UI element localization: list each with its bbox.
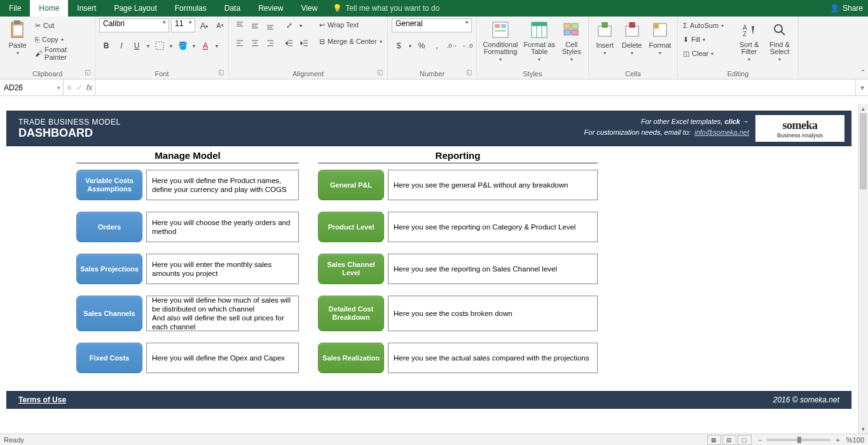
sort-filter-button[interactable]: AZ Sort & Filter ▾ <box>735 18 763 68</box>
underline-button[interactable]: U <box>130 39 144 53</box>
bold-button[interactable]: B <box>99 39 113 53</box>
svg-rect-39 <box>572 24 578 29</box>
copy-label: Copy <box>42 36 59 43</box>
format-icon <box>650 20 670 40</box>
cells-group-label: Cells <box>589 70 677 78</box>
ribbon-group-cells: Insert ▾ Delete ▾ Format ▾ Cells <box>589 17 678 79</box>
tab-insert[interactable]: Insert <box>68 0 105 17</box>
number-group-label: Number <box>388 70 476 78</box>
increase-font-button[interactable]: A▴ <box>197 18 211 32</box>
eraser-icon: ◫ <box>683 50 689 58</box>
tell-me[interactable]: 💡 Tell me what you want to do <box>333 0 439 17</box>
svg-marker-50 <box>752 26 754 35</box>
clipboard-launcher[interactable]: ◱ <box>85 69 93 78</box>
tab-home[interactable]: Home <box>30 0 68 17</box>
name-box-value: AD26 <box>4 83 23 92</box>
expand-formula-bar-button[interactable]: ▾ <box>855 79 868 95</box>
sort-icon: AZ <box>739 20 759 40</box>
comma-button[interactable]: , <box>430 39 444 53</box>
svg-rect-43 <box>602 22 607 27</box>
font-size-select[interactable]: 11 <box>171 18 195 32</box>
format-as-table-button[interactable]: Format as Table ▾ <box>523 18 556 68</box>
svg-rect-41 <box>572 30 578 35</box>
delete-label: Delete <box>622 41 642 49</box>
tab-formulas[interactable]: Formulas <box>166 0 216 17</box>
align-center-button[interactable] <box>248 36 262 50</box>
tab-view[interactable]: View <box>293 0 327 17</box>
ribbon-group-styles: Conditional Formatting ▾ Format as Table… <box>477 17 589 79</box>
svg-rect-45 <box>630 22 635 27</box>
decrease-decimal-button[interactable]: ←.0 <box>460 39 474 53</box>
cell-styles-button[interactable]: Cell Styles ▾ <box>558 18 584 68</box>
format-cells-button[interactable]: Format ▾ <box>647 18 673 68</box>
find-select-button[interactable]: Find & Select ▾ <box>766 18 794 68</box>
tab-page-layout[interactable]: Page Layout <box>105 0 165 17</box>
person-icon: 👤 <box>830 4 839 13</box>
delete-cells-button[interactable]: Delete ▾ <box>619 18 644 68</box>
align-top-button[interactable] <box>233 18 247 32</box>
wrap-text-button[interactable]: ↩Wrap Text <box>318 18 383 31</box>
svg-rect-3 <box>156 42 163 50</box>
fill-color-dropdown[interactable]: ▾ <box>191 39 197 53</box>
font-color-dropdown[interactable]: ▾ <box>214 39 220 53</box>
font-launcher[interactable]: ◱ <box>218 69 227 78</box>
cut-label: Cut <box>43 22 54 29</box>
align-left-button[interactable] <box>233 36 247 50</box>
cancel-formula-button[interactable]: ✕ <box>66 83 72 92</box>
share-button[interactable]: 👤 Share <box>830 0 863 17</box>
decrease-font-button[interactable]: A▾ <box>213 18 227 32</box>
align-bottom-button[interactable] <box>263 18 277 32</box>
alignment-launcher[interactable]: ◱ <box>377 69 386 78</box>
increase-decimal-button[interactable]: .0→ <box>445 39 459 53</box>
merge-center-button[interactable]: ⊟Merge & Center▾ <box>318 35 383 48</box>
table-icon <box>529 20 549 40</box>
accounting-format-button[interactable]: $ <box>392 39 406 53</box>
tab-review[interactable]: Review <box>249 0 292 17</box>
font-name-select[interactable]: Calibri <box>99 18 169 32</box>
conditional-formatting-button[interactable]: Conditional Formatting ▾ <box>481 18 520 68</box>
italic-button[interactable]: I <box>114 39 128 53</box>
percent-button[interactable]: % <box>415 39 429 53</box>
insert-cells-button[interactable]: Insert ▾ <box>593 18 617 68</box>
align-middle-button[interactable] <box>248 18 262 32</box>
orientation-button[interactable]: ⤢ <box>282 18 296 32</box>
formula-input[interactable] <box>95 79 855 95</box>
svg-rect-31 <box>495 24 500 28</box>
name-box[interactable]: AD26 ▾ <box>0 79 64 95</box>
sort-label: Sort & Filter <box>735 41 763 55</box>
align-right-button[interactable] <box>263 36 277 50</box>
collapse-ribbon-button[interactable]: ⌃ <box>860 69 865 76</box>
number-launcher[interactable]: ◱ <box>466 69 475 78</box>
paste-button[interactable]: Paste ▾ <box>4 18 31 68</box>
decrease-indent-button[interactable] <box>282 36 296 50</box>
tab-data[interactable]: Data <box>216 0 249 17</box>
enter-formula-button[interactable]: ✓ <box>76 83 83 92</box>
format-painter-button[interactable]: 🖌Format Painter <box>34 47 91 60</box>
borders-button[interactable] <box>153 39 167 53</box>
copy-button[interactable]: ⎘Copy▾ <box>34 33 91 46</box>
fill-button[interactable]: ⬇Fill▾ <box>682 33 733 46</box>
fill-down-icon: ⬇ <box>683 36 689 44</box>
merge-label: Merge & Center <box>327 38 377 45</box>
svg-rect-33 <box>495 30 506 32</box>
underline-dropdown[interactable]: ▾ <box>145 39 151 53</box>
number-format-select[interactable]: General <box>392 18 472 32</box>
fx-button[interactable]: fx <box>86 83 92 92</box>
font-color-button[interactable]: A <box>198 39 212 53</box>
ribbon-group-clipboard: Paste ▾ ✂Cut ⎘Copy▾ 🖌Format Painter Clip… <box>0 17 95 79</box>
clear-button[interactable]: ◫Clear▾ <box>682 47 733 60</box>
share-label: Share <box>843 4 863 13</box>
orientation-dropdown[interactable]: ▾ <box>298 18 304 32</box>
chevron-down-icon: ▾ <box>17 50 19 56</box>
tab-file[interactable]: File <box>0 0 30 17</box>
lightbulb-icon: 💡 <box>333 4 342 13</box>
formula-bar: AD26 ▾ ✕ ✓ fx ▾ <box>0 79 868 96</box>
borders-dropdown[interactable]: ▾ <box>168 39 174 53</box>
ribbon-group-font: Calibri 11 A▴ A▾ B I U ▾ ▾ 🪣 ▾ A ▾ Font … <box>95 17 229 79</box>
fill-color-button[interactable]: 🪣 <box>176 39 189 53</box>
accounting-dropdown[interactable]: ▾ <box>407 39 413 53</box>
autosum-button[interactable]: ΣAutoSum▾ <box>682 19 733 32</box>
cut-button[interactable]: ✂Cut <box>34 19 91 32</box>
clipboard-group-label: Clipboard <box>0 70 95 78</box>
increase-indent-button[interactable] <box>298 36 312 50</box>
